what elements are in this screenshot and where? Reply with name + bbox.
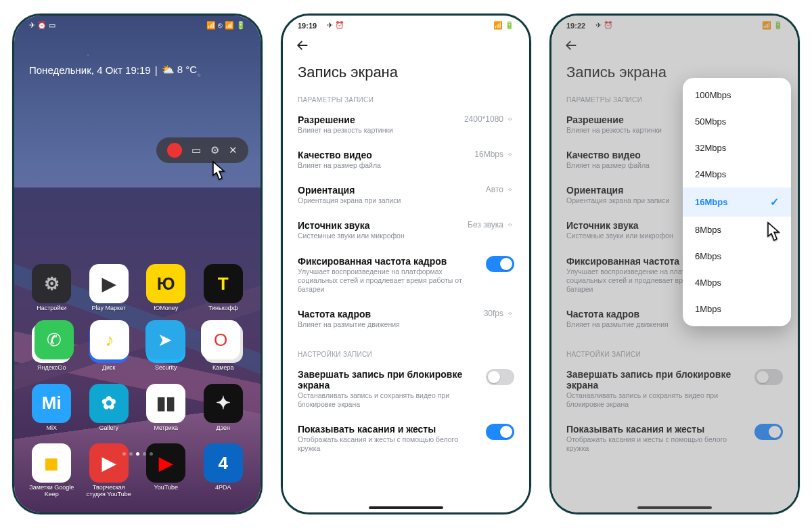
phone-settings: 19:19 ✈ ⏰ 📶 🔋 Запись экрана ПАРАМЕТРЫ ЗА… xyxy=(281,14,531,514)
setting-title: Качество видео xyxy=(298,150,468,160)
app-mix[interactable]: MiMiX xyxy=(26,384,77,431)
gear-icon[interactable]: ⚙ xyxy=(210,144,219,156)
home-indicator[interactable] xyxy=(637,506,712,509)
setting-title: Ориентация xyxy=(298,185,479,196)
app-icon: ✦ xyxy=(204,384,243,423)
setting-title: Показывать касания и жесты xyxy=(298,424,479,435)
dock-app[interactable]: O xyxy=(201,320,240,359)
app-label: Камера xyxy=(212,365,233,371)
setting-subtitle: Системные звуки или микрофон xyxy=(298,232,461,240)
status-right: 📶 ⎋ 📶 🔋 xyxy=(206,21,246,30)
screen-recorder-pill[interactable]: ▭ ⚙ ✕ xyxy=(156,137,248,163)
setting-subtitle: Ориентация экрана при записи xyxy=(298,196,479,205)
setting-row[interactable]: РазрешениеВлияет на резкость картинки240… xyxy=(283,108,529,143)
back-button[interactable] xyxy=(295,43,310,55)
setting-subtitle: Влияет на резкость картинки xyxy=(298,126,457,135)
option-label: 100Mbps xyxy=(695,90,731,100)
section-label: ПАРАМЕТРЫ ЗАПИСИ xyxy=(283,92,529,108)
app-label: Play Маркет xyxy=(92,305,126,311)
quality-option[interactable]: 1Mbps xyxy=(683,296,791,322)
app-метрика[interactable]: ▮▮Метрика xyxy=(141,384,191,431)
app-юmoney[interactable]: ЮЮMoney xyxy=(141,264,191,311)
date-widget[interactable]: Понедельник, 4 Окт 19:19 | ⛅ 8 °C xyxy=(14,31,261,83)
setting-value: 30fps xyxy=(484,309,514,318)
toggle[interactable] xyxy=(754,369,783,385)
setting-subtitle: Отображать касания и жесты с помощью бел… xyxy=(298,435,479,453)
toggle[interactable] xyxy=(754,424,783,440)
toggle[interactable] xyxy=(486,256,514,272)
setting-value: Авто xyxy=(486,185,514,194)
app-label: Security xyxy=(155,365,177,371)
setting-value: 2400*1080 xyxy=(464,114,514,124)
setting-row[interactable]: Качество видеоВлияет на размер файла16Mb… xyxy=(283,143,529,178)
setting-row[interactable]: Частота кадровВлияет на размытие движени… xyxy=(283,302,529,337)
setting-value: Без звука xyxy=(468,220,514,229)
app-icon: ✿ xyxy=(89,384,129,423)
option-label: 4Mbps xyxy=(695,278,721,288)
setting-row[interactable]: ОриентацияОриентация экрана при записиАв… xyxy=(283,178,529,213)
app-label: Диск xyxy=(102,365,116,371)
toggle[interactable] xyxy=(486,424,514,440)
phone-settings-popup: 19:22 ✈ ⏰ 📶 🔋 Запись экрана ПАРАМЕТРЫ ЗА… xyxy=(549,14,800,514)
status-bar: 19:19 ✈ ⏰ 📶 🔋 xyxy=(283,16,529,31)
quality-option[interactable]: 6Mbps xyxy=(683,243,791,269)
dock-app[interactable]: ♪ xyxy=(90,320,129,359)
check-icon: ✓ xyxy=(770,196,779,208)
back-button[interactable] xyxy=(564,43,579,55)
dock-app[interactable]: ✆ xyxy=(35,320,74,359)
close-icon[interactable]: ✕ xyxy=(229,144,238,156)
app-gallery[interactable]: ✿Gallery xyxy=(84,384,135,431)
setting-value: 16Mbps xyxy=(474,150,514,159)
option-label: 6Mbps xyxy=(695,251,721,261)
setting-row[interactable]: Завершать запись при блокировке экранаОс… xyxy=(283,362,529,417)
quality-option[interactable]: 16Mbps✓ xyxy=(683,188,791,217)
setting-subtitle: Влияет на размер файла xyxy=(298,161,468,170)
dock: ✆♪➤O xyxy=(14,320,261,359)
quality-option[interactable]: 4Mbps xyxy=(683,269,791,296)
quality-option[interactable]: 32Mbps xyxy=(683,135,791,161)
status-bar: 19:22 ✈ ⏰ 📶 🔋 xyxy=(551,16,798,31)
status-bar: ✈ ⏰ ▭ 📶 ⎋ 📶 🔋 xyxy=(14,16,261,31)
option-label: 50Mbps xyxy=(695,116,726,127)
setting-row[interactable]: Фиксированная частота кадровУлучшает вос… xyxy=(283,249,529,302)
option-label: 32Mbps xyxy=(695,143,726,153)
toggle[interactable] xyxy=(486,369,514,385)
app-icon: ▶ xyxy=(89,264,129,303)
quality-option[interactable]: 100Mbps xyxy=(683,82,791,108)
setting-title: Завершать запись при блокировке экрана xyxy=(566,369,748,391)
setting-subtitle: Останавливать запись и сохранять видео п… xyxy=(566,391,748,409)
home-indicator[interactable] xyxy=(369,506,443,509)
app-label: Творческая студия YouTube xyxy=(85,485,133,498)
app-дзен[interactable]: ✦Дзен xyxy=(198,384,249,431)
folder-icon[interactable]: ▭ xyxy=(191,144,201,156)
setting-row[interactable]: Показывать касания и жестыОтображать кас… xyxy=(283,417,529,461)
app-play-маркет[interactable]: ▶Play Маркет xyxy=(84,264,135,311)
app-icon: ⚙ xyxy=(32,264,71,303)
page-dots[interactable] xyxy=(14,452,261,456)
app-icon: Т xyxy=(204,264,243,303)
setting-title: Показывать касания и жесты xyxy=(566,424,748,435)
status-time: 19:19 xyxy=(298,22,317,30)
quality-option[interactable]: 50Mbps xyxy=(683,108,791,135)
status-time: 19:22 xyxy=(566,22,585,30)
app-label: Метрика xyxy=(154,425,178,431)
cursor-icon xyxy=(204,158,231,185)
setting-title: Разрешение xyxy=(298,114,457,125)
app-настройки[interactable]: ⚙Настройки xyxy=(26,264,77,311)
setting-row[interactable]: Источник звукаСистемные звуки или микроф… xyxy=(283,213,529,248)
quality-option[interactable]: 24Mbps xyxy=(683,161,791,188)
app-label: ЯндексGo xyxy=(37,365,66,371)
app-тинькофф[interactable]: ТТинькофф xyxy=(198,264,249,311)
status-left: ✈ ⏰ ▭ xyxy=(29,21,55,30)
record-button[interactable] xyxy=(167,143,182,158)
status-left-icons: ✈ ⏰ xyxy=(327,21,344,30)
dock-app[interactable]: ➤ xyxy=(145,320,185,359)
setting-row[interactable]: Показывать касания и жестыОтображать кас… xyxy=(551,417,798,461)
setting-title: Фиксированная частота кадров xyxy=(298,256,479,267)
option-label: 8Mbps xyxy=(695,225,721,235)
app-icon: ▶ xyxy=(146,443,185,483)
phone-home: ✈ ⏰ ▭ 📶 ⎋ 📶 🔋 Понедельник, 4 Окт 19:19 |… xyxy=(12,14,263,514)
app-label: MiX xyxy=(47,425,58,431)
setting-row[interactable]: Завершать запись при блокировке экранаОс… xyxy=(551,362,798,417)
setting-title: Частота кадров xyxy=(298,309,477,320)
